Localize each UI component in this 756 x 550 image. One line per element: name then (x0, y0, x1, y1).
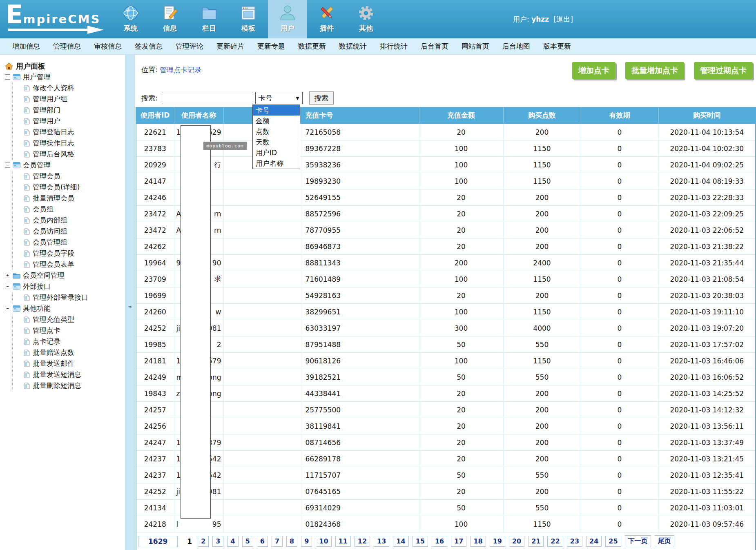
search-field-select[interactable]: 卡号 ▼ (255, 92, 303, 104)
sidebar-item-label[interactable]: 批量发送短消息 (33, 370, 81, 379)
sidebar-group-label[interactable]: 其他功能 (23, 304, 51, 313)
sidebar-item-label[interactable]: 管理外部登录接口 (33, 293, 88, 302)
pagination-page-23[interactable]: 23 (567, 536, 582, 547)
sidebar-item-label[interactable]: 管理会员 (33, 171, 60, 181)
pagination-last-button[interactable]: 尾页 (655, 535, 674, 547)
sidebar-item-label[interactable]: 管理用户 (33, 116, 60, 126)
sidebar-item-批量发送邮件[interactable]: 批量发送邮件 (24, 358, 125, 369)
nav-item-1[interactable]: 增加信息 (12, 42, 40, 51)
sidebar-item-label[interactable]: 会员访问组 (33, 227, 67, 236)
batch-add-card-button[interactable]: 批量增加点卡 (625, 62, 684, 79)
sidebar-item-管理登陆日志[interactable]: 管理登陆日志 (24, 127, 125, 138)
sidebar-item-管理用户组[interactable]: 管理用户组 (24, 94, 125, 105)
collapse-box-icon[interactable]: − (5, 163, 10, 168)
search-input[interactable] (162, 92, 253, 104)
sidebar-item-批量清理会员[interactable]: 批量清理会员 (24, 193, 125, 204)
pagination-next-button[interactable]: 下一页 (625, 535, 651, 547)
sidebar-item-管理后台风格[interactable]: 管理后台风格 (24, 149, 125, 160)
sidebar-item-label[interactable]: 点卡记录 (33, 337, 60, 346)
sidebar-item-label[interactable]: 管理点卡 (33, 326, 60, 335)
sidebar-group-label[interactable]: 外部接口 (23, 282, 51, 291)
sidebar-item-label[interactable]: 会员组 (33, 205, 54, 214)
dropdown-option-金额[interactable]: 金额 (253, 116, 300, 126)
manage-expired-card-button[interactable]: 管理过期点卡 (694, 62, 753, 79)
sidebar-item-label[interactable]: 管理部门 (33, 105, 60, 115)
dropdown-option-天数[interactable]: 天数 (253, 137, 300, 147)
sidebar-item-管理会员(详细)[interactable]: 管理会员(详细) (24, 182, 125, 193)
sidebar-item-label[interactable]: 管理操作日志 (33, 138, 74, 148)
sidebar-item-会员内部组[interactable]: 会员内部组 (24, 215, 125, 226)
pagination-page-21[interactable]: 21 (528, 536, 544, 547)
pagination-page-11[interactable]: 11 (335, 536, 351, 547)
pagination-page-4[interactable]: 4 (227, 536, 238, 547)
sidebar-item-批量发送短消息[interactable]: 批量发送短消息 (24, 369, 125, 380)
sidebar-group-3[interactable]: +会员空间管理 (5, 270, 125, 281)
sidebar-item-管理会员[interactable]: 管理会员 (24, 171, 125, 182)
pagination-page-10[interactable]: 10 (316, 536, 331, 547)
sidebar-group-5[interactable]: −其他功能 (5, 303, 125, 314)
nav-item-5[interactable]: 管理评论 (176, 42, 203, 51)
collapse-box-icon[interactable]: − (5, 306, 10, 311)
sidebar-item-管理外部登录接口[interactable]: 管理外部登录接口 (24, 292, 125, 303)
sidebar-item-管理用户[interactable]: 管理用户 (24, 116, 125, 127)
nav-item-13[interactable]: 后台地图 (502, 42, 530, 51)
pagination-page-25[interactable]: 25 (605, 536, 621, 547)
pagination-page-15[interactable]: 15 (413, 536, 428, 547)
tab-plugin[interactable]: 插件 (307, 0, 346, 38)
tab-other[interactable]: 其他 (346, 0, 386, 38)
nav-item-10[interactable]: 排行统计 (380, 42, 408, 51)
tab-user[interactable]: 用户 (268, 0, 307, 38)
sidebar-item-会员管理组[interactable]: 会员管理组 (24, 237, 125, 248)
sidebar-item-label[interactable]: 管理会员字段 (33, 249, 74, 258)
nav-item-6[interactable]: 更新碎片 (216, 42, 244, 51)
sidebar-group-label[interactable]: 用户管理 (23, 72, 51, 82)
nav-item-14[interactable]: 版本更新 (543, 42, 571, 51)
collapse-box-icon[interactable]: − (5, 74, 10, 80)
nav-item-9[interactable]: 数据统计 (339, 42, 367, 51)
nav-item-2[interactable]: 管理信息 (53, 42, 81, 51)
tab-info[interactable]: 信息 (150, 0, 190, 38)
pagination-page-20[interactable]: 20 (509, 536, 524, 547)
collapse-arrow-icon[interactable]: ◄ (128, 304, 131, 309)
sidebar-item-label[interactable]: 会员管理组 (33, 238, 67, 247)
sidebar-item-label[interactable]: 批量删除短消息 (33, 381, 81, 390)
sidebar-item-label[interactable]: 管理后台风格 (33, 149, 74, 159)
nav-item-3[interactable]: 审核信息 (94, 42, 122, 51)
pagination-page-17[interactable]: 17 (451, 536, 466, 547)
sidebar-collapse-strip[interactable]: ◄ (125, 55, 135, 550)
sidebar-item-修改个人资料[interactable]: 修改个人资料 (24, 82, 125, 94)
pagination-page-2[interactable]: 2 (198, 536, 209, 547)
nav-item-8[interactable]: 数据更新 (298, 42, 326, 51)
pagination-page-5[interactable]: 5 (242, 536, 253, 547)
sidebar-item-label[interactable]: 修改个人资料 (33, 83, 74, 93)
tab-template[interactable]: 模板 (229, 0, 268, 38)
sidebar-item-管理部门[interactable]: 管理部门 (24, 105, 125, 116)
pagination-page-19[interactable]: 19 (490, 536, 505, 547)
sidebar-group-label[interactable]: 会员空间管理 (23, 271, 65, 280)
pagination-page-9[interactable]: 9 (301, 536, 312, 547)
pagination-page-12[interactable]: 12 (355, 536, 370, 547)
tab-column[interactable]: 栏目 (190, 0, 229, 38)
sidebar-group-label[interactable]: 会员管理 (23, 160, 51, 170)
sidebar-item-管理点卡[interactable]: 管理点卡 (24, 325, 125, 336)
nav-item-11[interactable]: 后台首页 (421, 42, 448, 51)
pagination-page-13[interactable]: 13 (374, 536, 389, 547)
pagination-page-6[interactable]: 6 (257, 536, 268, 547)
pagination-page-8[interactable]: 8 (286, 536, 297, 547)
sidebar-item-管理充值类型[interactable]: 管理充值类型 (24, 314, 125, 325)
sidebar-group-2[interactable]: −会员管理 (5, 160, 125, 171)
nav-item-12[interactable]: 网站首页 (462, 42, 489, 51)
pagination-page-24[interactable]: 24 (586, 536, 602, 547)
logout-link[interactable]: [退出] (554, 15, 573, 23)
sidebar-item-会员访问组[interactable]: 会员访问组 (24, 226, 125, 237)
sidebar-item-批量赠送点数[interactable]: 批量赠送点数 (24, 347, 125, 358)
pagination-page-3[interactable]: 3 (212, 536, 223, 547)
sidebar-group-1[interactable]: −用户管理 (5, 71, 125, 82)
breadcrumb-current-link[interactable]: 管理点卡记录 (160, 66, 201, 74)
sidebar-item-label[interactable]: 批量清理会员 (33, 194, 74, 203)
sidebar-item-label[interactable]: 批量赠送点数 (33, 348, 74, 357)
dropdown-option-用户名称[interactable]: 用户名称 (253, 158, 300, 169)
sidebar-item-批量删除短消息[interactable]: 批量删除短消息 (24, 380, 125, 391)
sidebar-group-4[interactable]: −外部接口 (5, 281, 125, 292)
sidebar-item-管理会员字段[interactable]: 管理会员字段 (24, 248, 125, 259)
